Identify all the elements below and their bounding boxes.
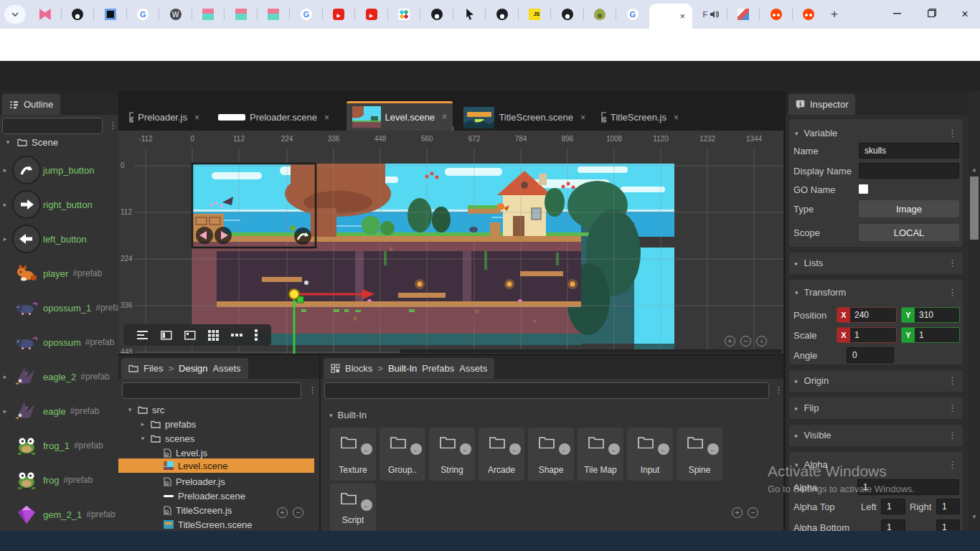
browser-tab-audio[interactable]: F: [694, 0, 727, 29]
scroll-down-icon[interactable]: ▼: [971, 514, 978, 520]
blocks-search-input[interactable]: [324, 382, 769, 399]
files-options-kebab[interactable]: ⋮: [308, 385, 317, 395]
browser-tab[interactable]: [127, 0, 160, 29]
close-icon[interactable]: ×: [674, 113, 679, 123]
zoom-in-icon[interactable]: +: [725, 336, 735, 347]
browser-tab[interactable]: [420, 0, 453, 29]
go-name-checkbox[interactable]: [859, 184, 868, 194]
scale-y-field[interactable]: Y 1: [901, 327, 960, 343]
panel-left-icon[interactable]: [161, 331, 172, 340]
expand-caret-icon[interactable]: ▸: [0, 373, 10, 380]
outline-item-player[interactable]: player#prefab: [0, 256, 118, 291]
blocks-tab[interactable]: Blocks > Built-In Prefabs Assets: [324, 358, 494, 379]
browser-tab[interactable]: [290, 0, 323, 29]
outline-item-right-button[interactable]: ▸ right_button: [0, 187, 118, 222]
outline-root-row[interactable]: ▾ Scene: [0, 134, 118, 150]
tab-preloader-scene[interactable]: Preloader.scene×: [212, 105, 340, 129]
lists-section[interactable]: ▸Lists ⋮: [789, 253, 963, 274]
outline-item-jump-button[interactable]: ▸ jump_button: [0, 153, 118, 187]
file-row-titlescreen-scene[interactable]: TitleScreen.scene: [164, 517, 253, 532]
zoom-out-icon[interactable]: −: [740, 336, 751, 347]
block-card-group[interactable]: ←Group..: [380, 428, 425, 481]
outline-tab[interactable]: Outline: [2, 94, 60, 115]
alpha-top-left-input[interactable]: 1: [881, 499, 905, 514]
flip-section[interactable]: ▸Flip ⋮: [789, 397, 963, 419]
block-card-texture[interactable]: ←Texture: [330, 428, 376, 481]
scroll-up-icon[interactable]: ▲: [971, 166, 978, 173]
position-x-field[interactable]: X 240: [837, 307, 897, 323]
tab-search-button[interactable]: [4, 5, 26, 24]
tab-titlescreen-scene[interactable]: TitleScreen.scene×: [458, 105, 591, 129]
grid-icon[interactable]: [208, 330, 219, 341]
file-row-level-scene-selected[interactable]: Level.scene: [118, 458, 314, 473]
section-kebab[interactable]: ⋮: [948, 459, 957, 470]
browser-tab[interactable]: [258, 0, 291, 29]
inspector-scrollbar-track[interactable]: [969, 91, 980, 531]
expand-caret-icon[interactable]: ▸: [0, 408, 10, 415]
browser-tab[interactable]: [584, 0, 617, 29]
window-close-button[interactable]: ×: [956, 7, 974, 22]
close-icon[interactable]: ×: [324, 113, 329, 123]
expand-caret-icon[interactable]: ▸: [0, 166, 10, 174]
outline-search-input[interactable]: [2, 118, 103, 134]
file-row-prefabs[interactable]: ▸prefabs: [139, 417, 196, 431]
alpha-top-right-input[interactable]: 1: [936, 499, 960, 514]
files-search-input[interactable]: [122, 382, 301, 399]
files-view-design[interactable]: Design: [179, 363, 207, 374]
section-kebab[interactable]: ⋮: [948, 128, 957, 138]
zoom-in-icon[interactable]: +: [277, 507, 288, 518]
align-list-icon[interactable]: [137, 331, 149, 339]
close-icon[interactable]: ×: [580, 113, 585, 123]
tab-close-icon[interactable]: ×: [679, 11, 685, 22]
block-card-string[interactable]: ←String: [429, 428, 475, 481]
outline-item-frog[interactable]: frog#prefab: [0, 463, 118, 497]
outline-item-eagle[interactable]: ▸ eagle#prefab: [0, 394, 118, 428]
active-browser-tab[interactable]: ×: [649, 4, 692, 29]
expand-caret-icon[interactable]: ▸: [0, 235, 10, 242]
inspector-scrollbar-thumb[interactable]: [970, 176, 979, 240]
blocks-view-builtin[interactable]: Built-In: [388, 363, 417, 374]
zoom-reset-icon[interactable]: ‹: [756, 336, 767, 347]
scope-button[interactable]: LOCAL: [859, 224, 959, 241]
maximize-button[interactable]: [923, 7, 941, 22]
name-input[interactable]: skulls: [859, 143, 959, 159]
browser-tab[interactable]: [551, 0, 584, 29]
section-kebab[interactable]: ⋮: [948, 287, 957, 298]
file-row-titlescreen-js[interactable]: TitleScreen.js: [164, 503, 232, 517]
block-card-input[interactable]: ←Input: [627, 428, 673, 481]
new-tab-button[interactable]: +: [826, 6, 842, 22]
browser-tab[interactable]: [793, 0, 826, 29]
position-y-field[interactable]: Y 310: [901, 307, 960, 323]
files-view-assets[interactable]: Assets: [213, 363, 241, 374]
zoom-out-icon[interactable]: −: [293, 507, 303, 518]
file-row-preloader-js[interactable]: Preloader.js: [164, 474, 225, 489]
ellipsis-vertical-icon[interactable]: [255, 329, 258, 341]
inspector-tab[interactable]: Inspector: [788, 94, 855, 115]
browser-tab[interactable]: [323, 0, 356, 29]
browser-tab[interactable]: [453, 0, 486, 29]
minimize-button[interactable]: [888, 7, 907, 22]
visible-section[interactable]: ▸Visible ⋮: [789, 425, 963, 446]
blocks-view-assets[interactable]: Assets: [459, 363, 487, 374]
browser-tab[interactable]: [159, 0, 192, 29]
tab-level-scene[interactable]: Level.scene×: [347, 101, 453, 131]
block-card-script[interactable]: ←Script: [330, 484, 376, 531]
browser-tab[interactable]: [62, 0, 95, 29]
blocks-options-kebab[interactable]: ⋮: [774, 385, 783, 395]
browser-tab[interactable]: [29, 0, 62, 29]
transform-header[interactable]: ▾Transform: [795, 287, 846, 298]
expand-caret-icon[interactable]: ▸: [0, 201, 10, 208]
browser-tab[interactable]: [727, 0, 760, 29]
scale-x-field[interactable]: X 1: [837, 327, 897, 343]
files-tab[interactable]: Files > Design Assets: [121, 358, 248, 379]
tab-titlescreen-js[interactable]: TitleScreen.js×: [595, 105, 684, 129]
close-icon[interactable]: ×: [442, 112, 447, 122]
browser-tab[interactable]: [519, 0, 552, 29]
outline-item-opossum[interactable]: opossum#prefab: [0, 325, 118, 359]
scene-canvas[interactable]: -112 0 112 224 336 448 560 672 784 896 1…: [118, 131, 783, 354]
ellipsis-horizontal-icon[interactable]: [231, 334, 242, 336]
block-card-tilemap[interactable]: ←Tile Map: [578, 428, 623, 481]
file-row-src[interactable]: ▾src: [126, 402, 164, 417]
variable-header[interactable]: ▾Variable: [795, 128, 837, 138]
display-name-input[interactable]: [859, 163, 959, 179]
